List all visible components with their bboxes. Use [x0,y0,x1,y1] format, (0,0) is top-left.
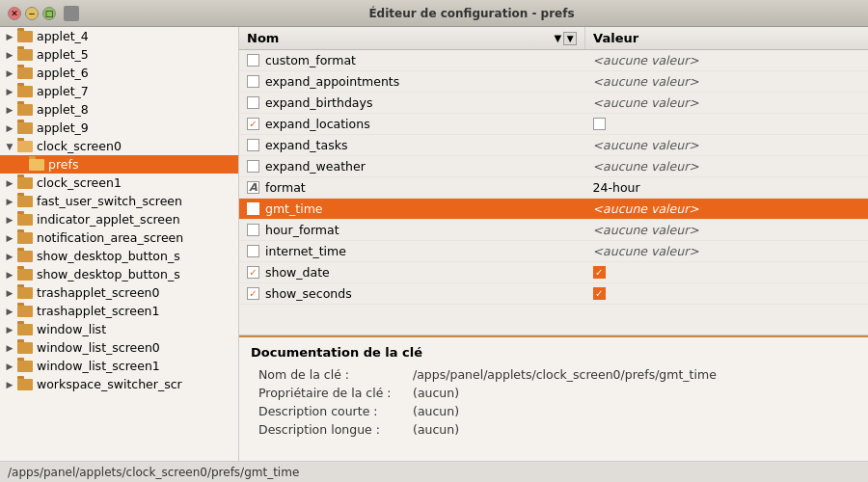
row-name-label: internet_time [265,244,346,258]
folder-icon [17,122,33,134]
value-text: <aucune valeur> [593,138,699,152]
sidebar-item-notification_area_screen[interactable]: ▶notification_area_screen [0,228,238,247]
sidebar-item-fast_user_switch_screen[interactable]: ▶fast_user_switch_screen [0,192,238,210]
close-button[interactable]: ✕ [8,7,21,20]
sidebar-item-applet_5[interactable]: ▶applet_5 [0,45,238,64]
maximize-button[interactable]: □ [42,7,56,20]
sidebar-item-show_desktop_button_s2[interactable]: ▶show_desktop_button_s [0,265,238,283]
col-nom-header[interactable]: Nom ▼ ▼ [239,27,585,50]
cell-value: <aucune valeur> [585,220,868,241]
main-area: ▶applet_4▶applet_5▶applet_6▶applet_7▶app… [0,27,868,461]
minimize-button[interactable]: − [25,7,39,20]
sidebar-item-workspace_switcher_scr[interactable]: ▶workspace_switcher_scr [0,375,238,393]
checkbox-unchecked-icon[interactable] [247,245,259,257]
table-row[interactable]: show_seconds [239,283,868,305]
folder-icon [17,324,33,335]
cell-name: gmt_time [239,199,585,220]
checkbox-orange-icon [593,287,606,300]
tree-arrow-icon: ▶ [4,232,15,244]
checkbox-unchecked-icon[interactable] [247,139,259,151]
col-valeur-header[interactable]: Valeur [585,27,868,50]
tree-item-label: applet_7 [37,84,89,98]
tree-item-label: applet_8 [37,102,89,117]
checkbox-checked-icon[interactable] [247,287,259,300]
table-row[interactable]: hour_format<aucune valeur> [239,220,868,241]
cell-value [585,114,868,135]
doc-fields: Nom de la clé :/apps/panel/applets/clock… [251,367,856,437]
table-area: Nom ▼ ▼ Valeur [239,27,868,335]
doc-field-value: (aucun) [413,386,856,400]
sidebar-item-applet_9[interactable]: ▶applet_9 [0,119,238,137]
table-row[interactable]: internet_time<aucune valeur> [239,241,868,262]
sidebar-item-window_list_screen1[interactable]: ▶window_list_screen1 [0,357,238,375]
tree-arrow-icon: ▶ [4,86,15,97]
row-name-label: expand_weather [265,159,366,174]
table-row[interactable]: gmt_time<aucune valeur> [239,199,868,220]
statusbar: /apps/panel/applets/clock_screen0/prefs/… [0,461,868,482]
tree-item-label: applet_6 [37,66,89,80]
sidebar-item-applet_7[interactable]: ▶applet_7 [0,82,238,100]
sidebar-item-trashapplet_screen1[interactable]: ▶trashapplet_screen1 [0,302,238,320]
row-name-label: expand_birthdays [265,95,372,110]
table-row[interactable]: expand_tasks<aucune valeur> [239,135,868,156]
row-name-label: gmt_time [265,201,323,216]
sidebar-item-prefs[interactable]: prefs [0,155,238,174]
sidebar-item-window_list_screen0[interactable]: ▶window_list_screen0 [0,338,238,357]
value-text: <aucune valeur> [593,74,699,89]
value-text: <aucune valeur> [593,95,699,110]
folder-icon [17,141,33,152]
sidebar-item-clock_screen1[interactable]: ▶clock_screen1 [0,174,238,192]
table-row[interactable]: expand_locations [239,114,868,135]
sidebar-item-applet_6[interactable]: ▶applet_6 [0,64,238,82]
checkbox-unchecked-icon[interactable] [247,54,259,67]
sidebar-item-window_list[interactable]: ▶window_list [0,320,238,338]
sidebar-item-trashapplet_screen0[interactable]: ▶trashapplet_screen0 [0,283,238,302]
table-row[interactable]: expand_birthdays<aucune valeur> [239,93,868,114]
tree-item-label: window_list_screen0 [37,340,160,355]
table-row[interactable]: expand_appointments<aucune valeur> [239,71,868,93]
row-name-label: hour_format [265,223,339,237]
value-text: <aucune valeur> [593,244,699,258]
folder-icon [29,159,44,171]
tree-arrow-icon [15,159,27,171]
value-checkbox-icon[interactable] [593,118,606,130]
tree-arrow-icon: ▶ [4,196,15,207]
sidebar-item-indicator_applet_screen[interactable]: ▶indicator_applet_screen [0,210,238,228]
tree-arrow-icon: ▶ [4,379,15,390]
table-row[interactable]: custom_format<aucune valeur> [239,50,868,71]
doc-field-label: Description longue : [258,422,413,437]
tree-arrow-icon: ▼ [4,141,15,152]
tree-item-label: indicator_applet_screen [37,212,180,227]
checkbox-checked-icon[interactable] [247,118,259,130]
cell-value: <aucune valeur> [585,199,868,220]
table-row[interactable]: Aformat24-hour [239,177,868,199]
folder-icon [17,342,33,354]
tree-item-label: trashapplet_screen0 [37,285,159,300]
checkbox-unchecked-icon[interactable] [247,75,259,88]
sidebar-item-applet_4[interactable]: ▶applet_4 [0,27,238,45]
sidebar-item-show_desktop_button_s1[interactable]: ▶show_desktop_button_s [0,247,238,265]
table-row[interactable]: show_date [239,262,868,283]
cell-value: 24-hour [585,177,868,199]
checkbox-checked-icon[interactable] [247,266,259,279]
filter-button[interactable]: ▼ [563,32,577,45]
tree-arrow-icon: ▶ [4,104,15,116]
checkbox-unchecked-icon[interactable] [247,160,259,173]
table-row[interactable]: expand_weather<aucune valeur> [239,156,868,177]
doc-title: Documentation de la clé [251,345,856,360]
cell-name: show_date [239,262,585,283]
config-table: Nom ▼ ▼ Valeur [239,27,868,305]
tree-arrow-icon: ▶ [4,67,15,79]
checkbox-unchecked-icon[interactable] [247,224,259,236]
tree-arrow-icon: ▶ [4,214,15,226]
sidebar-item-clock_screen0[interactable]: ▼clock_screen0 [0,137,238,155]
tree-item-label: show_desktop_button_s [37,249,180,263]
checkbox-unchecked-icon[interactable] [247,202,259,215]
sidebar-item-applet_8[interactable]: ▶applet_8 [0,100,238,119]
folder-icon [17,269,33,281]
tree-arrow-icon: ▶ [4,31,15,42]
tree-item-label: clock_screen0 [37,139,122,153]
cell-name: Aformat [239,177,585,199]
cell-name: custom_format [239,50,585,71]
checkbox-unchecked-icon[interactable] [247,96,259,109]
